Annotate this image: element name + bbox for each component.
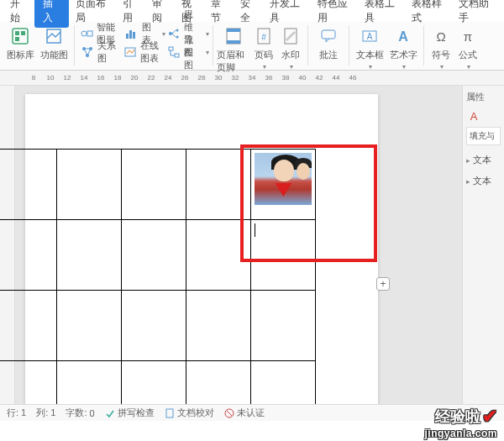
table-row[interactable] <box>0 150 316 220</box>
svg-point-5 <box>81 31 87 36</box>
spellcheck-icon <box>105 408 115 418</box>
workspace: + 属性 A 填充与 文本 文本 <box>0 86 504 417</box>
table-cell[interactable] <box>122 291 186 361</box>
mindmap-icon <box>167 25 181 42</box>
document-table[interactable] <box>0 149 316 417</box>
svg-rect-1 <box>15 31 19 35</box>
table-cell[interactable] <box>57 291 122 361</box>
svg-text:A: A <box>398 29 408 44</box>
table-row[interactable] <box>0 291 316 361</box>
watermark: 经验啦✔ jingyanla.com <box>424 406 497 439</box>
onlinechart-icon <box>123 44 137 60</box>
svg-point-14 <box>169 32 172 35</box>
docfix-icon <box>165 408 175 418</box>
document-area: + <box>0 86 462 417</box>
status-spellcheck[interactable]: 拼写检查 <box>105 407 155 419</box>
textbox-button[interactable]: A 文本框▾ <box>353 24 386 71</box>
properties-tab-fill[interactable]: 填充与 <box>466 127 501 145</box>
uncert-icon <box>224 408 234 418</box>
svg-rect-21 <box>227 40 240 44</box>
wordart-icon: A <box>392 25 414 47</box>
pagenum-button[interactable]: # 页码▾ <box>250 24 277 71</box>
properties-item-text1[interactable]: 文本 <box>466 154 501 166</box>
table-cell[interactable] <box>186 150 251 220</box>
student-photo[interactable] <box>255 153 312 205</box>
table-cell[interactable] <box>0 220 57 291</box>
features-button[interactable]: 功能图 <box>37 24 71 61</box>
flowchart-icon <box>167 44 181 60</box>
svg-rect-17 <box>169 47 173 50</box>
status-docfix[interactable]: 文档校对 <box>165 407 214 419</box>
status-wordcount[interactable]: 字数: 0 <box>66 407 94 419</box>
comment-icon <box>318 25 339 47</box>
table-cell[interactable] <box>251 291 316 361</box>
table-cell[interactable] <box>57 220 122 291</box>
symbol-button[interactable]: Ω 符号▾ <box>428 24 454 71</box>
flowchart-button[interactable]: 流程图▾ <box>165 42 209 60</box>
svg-rect-3 <box>15 37 19 41</box>
svg-rect-12 <box>133 32 135 39</box>
features-icon <box>43 25 65 47</box>
headerfooter-icon <box>223 25 244 47</box>
svg-rect-20 <box>227 29 240 32</box>
status-row: 行: 1 <box>7 407 26 419</box>
properties-panel: 属性 A 填充与 文本 文本 <box>462 86 504 417</box>
textbox-icon: A <box>359 25 381 47</box>
table-cell[interactable] <box>0 150 57 220</box>
table-cell[interactable] <box>122 150 186 220</box>
svg-rect-10 <box>126 34 129 39</box>
svg-rect-18 <box>175 54 179 57</box>
ribbon-toolbar: 图标库 功能图 智能图形 关系图 图表▾ 在线图表 思维导图▾ <box>0 22 504 71</box>
table-cell[interactable] <box>57 150 122 220</box>
properties-item-text2[interactable]: 文本 <box>466 175 501 187</box>
svg-rect-0 <box>13 29 28 44</box>
formula-icon: π <box>457 25 479 47</box>
active-cell[interactable] <box>251 220 316 291</box>
iconlib-button[interactable]: 图标库 <box>3 24 37 61</box>
features-label: 功能图 <box>40 49 68 61</box>
svg-point-16 <box>176 36 179 39</box>
svg-text:π: π <box>464 29 472 44</box>
svg-rect-6 <box>87 31 92 36</box>
watermark-button[interactable]: 水印▾ <box>277 24 304 71</box>
table-cell[interactable] <box>122 220 186 291</box>
svg-rect-13 <box>125 48 135 56</box>
status-uncertified[interactable]: 未认证 <box>224 407 265 419</box>
svg-text:A: A <box>470 110 478 123</box>
horizontal-ruler[interactable]: 8 10 12 14 16 18 20 22 24 26 28 30 32 34… <box>0 71 504 86</box>
properties-tab-icon[interactable]: A <box>466 108 501 123</box>
formula-button[interactable]: π 公式▾ <box>454 24 481 71</box>
check-icon: ✔ <box>482 406 497 428</box>
text-caret <box>255 223 255 237</box>
relation-icon <box>80 44 94 60</box>
document-page[interactable]: + <box>25 94 378 417</box>
svg-text:#: # <box>261 33 266 42</box>
status-col: 列: 1 <box>36 407 55 419</box>
table-cell[interactable] <box>186 220 251 291</box>
properties-header: 属性 <box>466 91 501 103</box>
comment-button[interactable]: 批注 <box>312 24 345 61</box>
iconlib-label: 图标库 <box>7 49 34 61</box>
table-row[interactable] <box>0 220 316 291</box>
onlinechart-button[interactable]: 在线图表 <box>122 42 165 60</box>
wordart-button[interactable]: A 艺术字▾ <box>386 24 420 71</box>
chart-icon <box>123 25 139 42</box>
symbol-icon: Ω <box>430 25 452 47</box>
table-add-button[interactable]: + <box>376 277 390 291</box>
pagenum-icon: # <box>253 25 275 47</box>
headerfooter-button[interactable]: 页眉和页脚 <box>217 24 250 74</box>
table-cell[interactable] <box>0 291 57 361</box>
iconlib-icon <box>9 25 31 47</box>
table-cell[interactable] <box>186 291 251 361</box>
svg-rect-11 <box>129 30 132 39</box>
svg-rect-32 <box>166 409 173 417</box>
svg-text:Ω: Ω <box>436 29 445 44</box>
svg-point-15 <box>176 29 179 32</box>
menu-bar: 开始 插入 页面布局 引用 审阅 视图 章节 安全 开发工具 特色应用 表格工具… <box>0 0 504 22</box>
svg-rect-25 <box>322 30 335 39</box>
svg-rect-2 <box>21 31 25 35</box>
watermark-icon <box>280 25 302 47</box>
photo-cell[interactable] <box>251 150 316 220</box>
svg-text:A: A <box>367 32 373 41</box>
relation-button[interactable]: 关系图 <box>78 42 122 60</box>
